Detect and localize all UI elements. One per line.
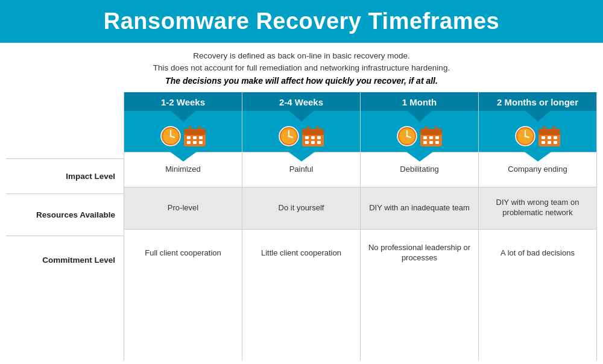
col3-commitment: No professional leadership or processes — [361, 229, 478, 277]
col4-resources: DIY with wrong team on problematic netwo… — [479, 187, 596, 229]
svg-rect-6 — [184, 129, 206, 135]
subtitle-area: Recovery is defined as back on-line in b… — [0, 43, 603, 92]
svg-rect-26 — [311, 141, 315, 144]
col4-header: 2 Months or longer — [479, 92, 596, 111]
svg-rect-28 — [307, 126, 309, 131]
label-spacer — [6, 92, 124, 158]
col1-commitment: Full client cooperation — [124, 229, 242, 277]
clock-icon — [160, 125, 182, 147]
svg-rect-58 — [543, 126, 546, 131]
svg-rect-25 — [305, 141, 309, 144]
svg-rect-27 — [317, 141, 321, 144]
calendar-icon — [183, 124, 207, 148]
commitment-label: Commitment Level — [6, 236, 124, 284]
label-column: Impact Level Resources Available Commitm… — [6, 92, 124, 361]
col3-resources: DIY with an inadequate team — [361, 187, 478, 229]
resources-label: Resources Available — [6, 193, 124, 236]
svg-rect-23 — [311, 136, 315, 139]
column-1: 1-2 Weeks — [124, 92, 242, 361]
column-3: 1 Month — [360, 92, 478, 361]
svg-rect-7 — [187, 136, 191, 139]
svg-rect-11 — [193, 141, 197, 144]
header-bar: Ransomware Recovery Timeframes — [0, 0, 603, 43]
col4-icon — [514, 124, 561, 148]
svg-rect-51 — [538, 129, 560, 135]
svg-rect-42 — [435, 141, 439, 144]
svg-rect-54 — [554, 136, 557, 139]
svg-point-19 — [288, 135, 289, 137]
column-2: 2-4 Weeks — [242, 92, 360, 361]
svg-point-49 — [524, 135, 526, 137]
clock-icon-3 — [396, 125, 418, 147]
svg-rect-29 — [317, 126, 319, 131]
svg-point-4 — [169, 135, 171, 137]
col2-resources: Do it yourself — [242, 187, 360, 229]
subtitle-line1: Recovery is defined as back on-line in b… — [12, 50, 591, 62]
svg-rect-38 — [429, 136, 433, 139]
calendar-icon-2 — [301, 124, 325, 148]
svg-rect-57 — [554, 141, 557, 144]
col1-resources: Pro-level — [124, 187, 242, 229]
svg-rect-21 — [302, 129, 324, 135]
subtitle-line3: The decisions you make will affect how q… — [12, 75, 591, 87]
page-title: Ransomware Recovery Timeframes — [12, 8, 591, 34]
svg-rect-14 — [198, 126, 201, 131]
svg-rect-24 — [317, 136, 321, 139]
svg-rect-53 — [548, 136, 551, 139]
svg-point-34 — [406, 135, 408, 137]
svg-rect-52 — [541, 136, 545, 139]
col1-icon — [160, 124, 207, 148]
svg-rect-8 — [193, 136, 197, 139]
clock-icon-4 — [514, 125, 536, 147]
svg-rect-39 — [435, 136, 439, 139]
col2-icon — [278, 124, 325, 148]
svg-rect-56 — [548, 141, 551, 144]
impact-label: Impact Level — [6, 158, 124, 193]
svg-rect-12 — [199, 141, 203, 144]
subtitle-line2: This does not account for full remediati… — [12, 62, 591, 74]
col2-commitment: Little client cooperation — [242, 229, 360, 277]
col2-header: 2-4 Weeks — [242, 92, 360, 111]
svg-rect-43 — [425, 126, 428, 131]
clock-icon-2 — [278, 125, 300, 147]
data-columns: 1-2 Weeks — [124, 92, 597, 361]
svg-rect-22 — [305, 136, 309, 139]
svg-rect-41 — [429, 141, 433, 144]
column-4: 2 Months or longer — [478, 92, 597, 361]
col4-commitment: A lot of bad decisions — [479, 229, 596, 277]
svg-rect-44 — [435, 126, 437, 131]
page-wrapper: Ransomware Recovery Timeframes Recovery … — [0, 0, 603, 364]
svg-rect-10 — [187, 141, 191, 144]
calendar-icon-3 — [419, 124, 443, 148]
svg-rect-37 — [423, 136, 427, 139]
svg-rect-55 — [541, 141, 545, 144]
col3-header: 1 Month — [361, 92, 478, 111]
svg-rect-36 — [420, 129, 442, 135]
svg-rect-13 — [189, 126, 191, 131]
svg-rect-59 — [553, 126, 555, 131]
col3-icon — [396, 124, 443, 148]
svg-rect-9 — [199, 136, 203, 139]
calendar-icon-4 — [537, 124, 561, 148]
main-content: Impact Level Resources Available Commitm… — [0, 92, 603, 365]
svg-rect-40 — [423, 141, 427, 144]
col1-header: 1-2 Weeks — [124, 92, 242, 111]
